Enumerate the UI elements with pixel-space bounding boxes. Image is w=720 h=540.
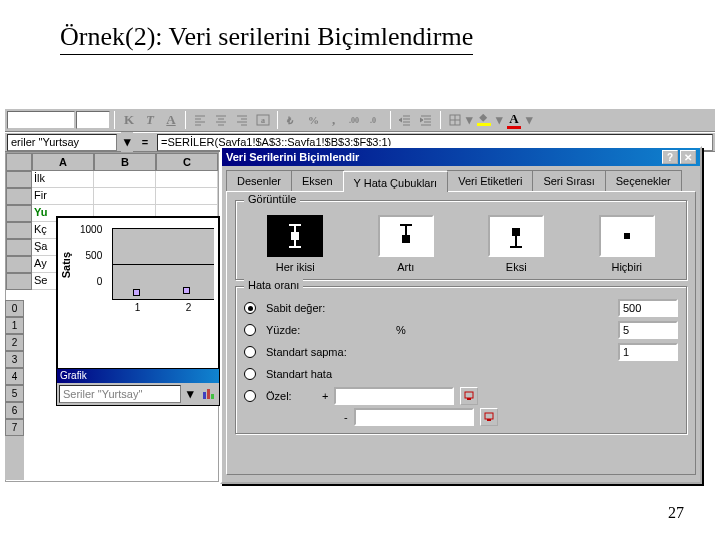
decrease-decimal-button[interactable]: .0 bbox=[366, 110, 386, 130]
svg-rect-43 bbox=[624, 233, 630, 239]
italic-button[interactable]: T bbox=[140, 110, 160, 130]
tab-panel: Görüntüle Her ikisi Artı bbox=[226, 191, 696, 475]
tab-desenler[interactable]: Desenler bbox=[226, 170, 292, 191]
input-custom-minus[interactable] bbox=[354, 408, 474, 426]
font-size-dropdown[interactable] bbox=[76, 111, 110, 129]
chart-data-point[interactable] bbox=[183, 287, 190, 294]
chart-plot-area bbox=[112, 228, 214, 300]
slide-number: 27 bbox=[668, 504, 684, 522]
borders-dropdown-icon[interactable]: ▾ bbox=[466, 110, 472, 130]
svg-rect-31 bbox=[207, 389, 210, 399]
chart-y-ticks: 1000 500 0 bbox=[80, 224, 102, 302]
input-custom-plus[interactable] bbox=[334, 387, 454, 405]
font-color-dropdown-icon[interactable]: ▾ bbox=[526, 110, 532, 130]
dialog-title: Veri Serilerini Biçimlendir bbox=[226, 151, 359, 163]
plus-sign: + bbox=[322, 390, 328, 402]
chart-toolbar-dropdown-icon[interactable]: ▾ bbox=[183, 386, 197, 402]
svg-rect-46 bbox=[485, 413, 493, 419]
select-all-corner[interactable] bbox=[6, 153, 32, 171]
svg-rect-42 bbox=[513, 229, 519, 235]
row-number-strip: 01234567 bbox=[5, 300, 24, 480]
increase-decimal-button[interactable]: .00 bbox=[345, 110, 365, 130]
underline-button[interactable]: A bbox=[161, 110, 181, 130]
row-header[interactable] bbox=[6, 171, 32, 188]
svg-text:a: a bbox=[261, 116, 265, 125]
chart-data-point[interactable] bbox=[133, 289, 140, 296]
bold-button[interactable]: K bbox=[119, 110, 139, 130]
range-picker-plus-button[interactable] bbox=[460, 387, 478, 405]
label-custom: Özel: bbox=[266, 390, 316, 402]
radio-percent[interactable] bbox=[244, 324, 256, 336]
cell[interactable]: Fir bbox=[32, 188, 94, 205]
format-data-series-dialog: Veri Serilerini Biçimlendir ? ✕ Desenler… bbox=[220, 146, 702, 484]
tab-seri-sirasi[interactable]: Seri Sırası bbox=[532, 170, 605, 191]
dialog-tabs: Desenler Eksen Y Hata Çubukları Veri Eti… bbox=[226, 170, 696, 191]
svg-rect-39 bbox=[403, 236, 409, 242]
tab-veri-etiketleri[interactable]: Veri Etiketleri bbox=[447, 170, 533, 191]
column-header[interactable]: A bbox=[32, 153, 94, 171]
embedded-chart[interactable]: Satış 1000 500 0 12 bbox=[56, 216, 220, 378]
decrease-indent-button[interactable] bbox=[395, 110, 415, 130]
display-minus-option[interactable] bbox=[488, 215, 544, 257]
display-minus-label: Eksi bbox=[465, 261, 568, 273]
font-name-dropdown[interactable] bbox=[7, 111, 75, 129]
radio-std-dev[interactable] bbox=[244, 346, 256, 358]
comma-button[interactable]: , bbox=[324, 110, 344, 130]
close-button[interactable]: ✕ bbox=[680, 150, 696, 164]
slide-title: Örnek(2): Veri serilerini Biçimlendirme bbox=[60, 22, 473, 55]
help-button[interactable]: ? bbox=[662, 150, 678, 164]
label-std-err: Standart hata bbox=[266, 368, 386, 380]
formula-equals-icon: = bbox=[137, 136, 153, 148]
align-center-button[interactable] bbox=[211, 110, 231, 130]
chart-y-axis-title: Satış bbox=[60, 252, 72, 278]
error-amount-group: Hata oranı Sabit değer: Yüzde: % Standar… bbox=[235, 286, 687, 434]
display-none-option[interactable] bbox=[599, 215, 655, 257]
label-fixed-value: Sabit değer: bbox=[266, 302, 386, 314]
column-header[interactable]: C bbox=[156, 153, 218, 171]
name-box-dropdown-icon[interactable]: ▾ bbox=[121, 132, 133, 152]
svg-rect-32 bbox=[211, 394, 214, 399]
svg-text:₺: ₺ bbox=[286, 115, 294, 126]
minus-sign: - bbox=[344, 411, 348, 423]
radio-std-err[interactable] bbox=[244, 368, 256, 380]
chart-element-selector[interactable]: Seriler "Yurtsay" bbox=[59, 385, 181, 403]
tab-y-hata-cubuklari[interactable]: Y Hata Çubukları bbox=[343, 171, 449, 192]
tab-eksen[interactable]: Eksen bbox=[291, 170, 344, 191]
radio-fixed-value[interactable] bbox=[244, 302, 256, 314]
increase-indent-button[interactable] bbox=[416, 110, 436, 130]
range-picker-minus-button[interactable] bbox=[480, 408, 498, 426]
label-percent: Yüzde: bbox=[266, 324, 386, 336]
align-left-button[interactable] bbox=[190, 110, 210, 130]
label-std-dev: Standart sapma: bbox=[266, 346, 386, 358]
font-color-button[interactable]: A bbox=[503, 110, 525, 130]
svg-text:.0: .0 bbox=[370, 116, 376, 125]
display-group-label: Görüntüle bbox=[244, 193, 300, 205]
input-fixed-value[interactable] bbox=[618, 299, 678, 317]
currency-button[interactable]: ₺ bbox=[282, 110, 302, 130]
chart-toolbar[interactable]: Grafik Seriler "Yurtsay" ▾ bbox=[56, 368, 220, 406]
input-std-dev[interactable] bbox=[618, 343, 678, 361]
chart-toolbar-title: Grafik bbox=[57, 369, 219, 383]
tab-secenekler[interactable]: Seçenekler bbox=[605, 170, 682, 191]
name-box[interactable]: eriler "Yurtsay bbox=[7, 134, 117, 151]
merge-center-button[interactable]: a bbox=[253, 110, 273, 130]
column-header[interactable]: B bbox=[94, 153, 156, 171]
chart-x-ticks: 12 bbox=[112, 302, 214, 313]
format-selection-button[interactable] bbox=[199, 386, 217, 402]
svg-text:%: % bbox=[308, 114, 319, 126]
format-toolbar: K T A a ₺ % , .00 .0 ▾ ▾ A ▾ bbox=[5, 108, 715, 132]
align-right-button[interactable] bbox=[232, 110, 252, 130]
percent-sign: % bbox=[396, 324, 406, 336]
display-plus-label: Artı bbox=[355, 261, 458, 273]
svg-text:,: , bbox=[332, 114, 335, 126]
radio-custom[interactable] bbox=[244, 390, 256, 402]
display-both-option[interactable] bbox=[267, 215, 323, 257]
display-plus-option[interactable] bbox=[378, 215, 434, 257]
input-percent[interactable] bbox=[618, 321, 678, 339]
svg-rect-44 bbox=[465, 392, 473, 398]
cell[interactable]: İlk bbox=[32, 171, 94, 188]
borders-button[interactable] bbox=[445, 110, 465, 130]
fill-color-button[interactable] bbox=[473, 110, 495, 130]
fill-color-dropdown-icon[interactable]: ▾ bbox=[496, 110, 502, 130]
percent-button[interactable]: % bbox=[303, 110, 323, 130]
